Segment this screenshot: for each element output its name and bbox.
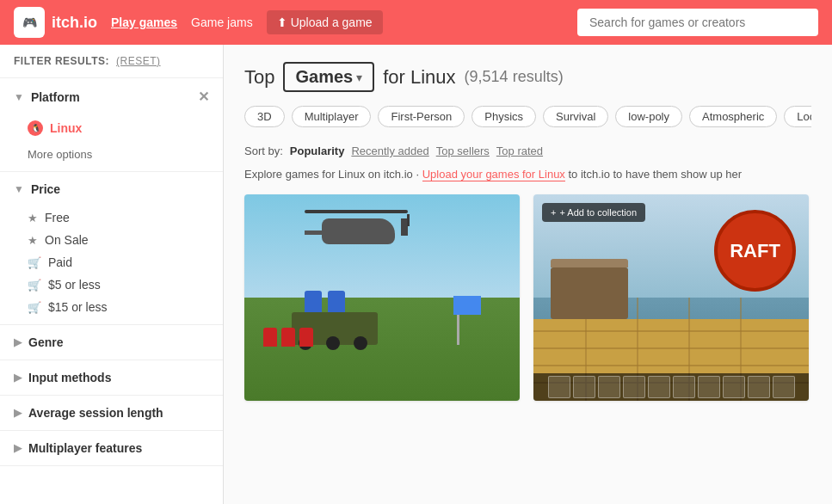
upload-icon: ⬆ bbox=[277, 15, 287, 29]
multiplayer-arrow: ▶ bbox=[14, 442, 22, 454]
cart-icon-3: 🛒 bbox=[28, 301, 41, 314]
sidebar: FILTER RESULTS: (Reset) ▼ Platform ✕ 🐧 L… bbox=[0, 45, 224, 504]
tag-local[interactable]: Local bbox=[784, 106, 811, 127]
filter-header: FILTER RESULTS: (Reset) bbox=[0, 45, 223, 78]
header: 🎮 itch.io Play games Game jams ⬆ Upload … bbox=[0, 0, 832, 45]
games-dropdown[interactable]: Games ▾ bbox=[283, 62, 374, 92]
cart-icon: 🛒 bbox=[28, 256, 41, 269]
upload-game-link[interactable]: ⬆ Upload a game bbox=[267, 10, 383, 34]
main-layout: FILTER RESULTS: (Reset) ▼ Platform ✕ 🐧 L… bbox=[0, 45, 832, 504]
sort-top-rated[interactable]: Top rated bbox=[496, 144, 543, 157]
game2-thumbnail: RAFT + + Add to collection bbox=[533, 194, 809, 401]
price-free[interactable]: ★ Free bbox=[0, 206, 223, 229]
raft-logo: RAFT bbox=[714, 210, 796, 292]
search-input[interactable] bbox=[577, 9, 818, 36]
price-paid[interactable]: 🛒 Paid bbox=[0, 251, 223, 274]
results-count: (9,514 results) bbox=[465, 68, 564, 86]
add-to-collection-btn[interactable]: + + Add to collection bbox=[542, 203, 645, 222]
sort-bar: Sort by: Popularity Recently added Top s… bbox=[244, 144, 811, 157]
logo-icon: 🎮 bbox=[14, 7, 45, 38]
game-card-2[interactable]: RAFT + + Add to collection bbox=[533, 194, 809, 401]
explore-suffix: to itch.io to have them show up her bbox=[565, 168, 742, 181]
price-15[interactable]: 🛒 $15 or less bbox=[0, 296, 223, 324]
platform-section: ▼ Platform ✕ 🐧 Linux More options bbox=[0, 78, 223, 172]
price-paid-label: Paid bbox=[48, 255, 72, 269]
more-options[interactable]: More options bbox=[0, 141, 223, 171]
tag-atmospheric[interactable]: Atmospheric bbox=[689, 106, 777, 127]
price-free-label: Free bbox=[45, 211, 70, 224]
session-length-section[interactable]: ▶ Average session length bbox=[0, 396, 223, 431]
input-methods-label: Input methods bbox=[28, 371, 111, 384]
page-title-bar: Top Games ▾ for Linux (9,514 results) bbox=[244, 62, 811, 92]
star-icon: ★ bbox=[28, 212, 38, 224]
title-suffix: for Linux bbox=[383, 66, 455, 89]
sort-popularity[interactable]: Popularity bbox=[290, 144, 345, 157]
input-methods-section[interactable]: ▶ Input methods bbox=[0, 360, 223, 396]
nav-game-jams[interactable]: Game jams bbox=[191, 15, 253, 29]
platform-linux-item[interactable]: 🐧 Linux bbox=[0, 115, 223, 141]
cart-icon-2: 🛒 bbox=[28, 279, 41, 292]
sort-label: Sort by: bbox=[244, 144, 283, 157]
explore-prefix: Explore games for Linux on itch.io · bbox=[244, 168, 422, 181]
tag-lowpoly[interactable]: low-poly bbox=[615, 106, 682, 127]
platform-close-icon[interactable]: ✕ bbox=[198, 89, 209, 105]
price-onsale-label: On Sale bbox=[45, 233, 89, 247]
multiplayer-section[interactable]: ▶ Multiplayer features bbox=[0, 431, 223, 466]
input-arrow: ▶ bbox=[14, 372, 22, 384]
reset-link[interactable]: (Reset) bbox=[116, 55, 161, 67]
price-section: ▼ Price ★ Free ★ On Sale 🛒 Paid 🛒 $5 or … bbox=[0, 172, 223, 325]
tag-multiplayer[interactable]: Multiplayer bbox=[292, 106, 372, 127]
tag-first-person[interactable]: First-Person bbox=[378, 106, 465, 127]
price-5-label: $5 or less bbox=[48, 278, 101, 292]
upload-linux-link[interactable]: Upload your games for Linux bbox=[422, 168, 565, 181]
platform-arrow: ▼ bbox=[14, 91, 24, 103]
tag-physics[interactable]: Physics bbox=[471, 106, 536, 127]
add-collection-label: + Add to collection bbox=[559, 207, 637, 218]
upload-label: Upload a game bbox=[291, 15, 373, 29]
genre-label: Genre bbox=[28, 335, 63, 349]
sort-top-sellers[interactable]: Top sellers bbox=[436, 144, 490, 157]
price-arrow: ▼ bbox=[14, 183, 24, 195]
price-onsale[interactable]: ★ On Sale bbox=[0, 229, 223, 251]
price-section-header[interactable]: ▼ Price bbox=[0, 172, 223, 206]
dropdown-label: Games bbox=[295, 67, 353, 87]
chevron-down-icon: ▾ bbox=[356, 71, 362, 84]
platform-section-header[interactable]: ▼ Platform ✕ bbox=[0, 78, 223, 115]
linux-label: Linux bbox=[50, 121, 82, 135]
main-content: Top Games ▾ for Linux (9,514 results) 3D… bbox=[224, 45, 832, 504]
game1-thumbnail bbox=[244, 194, 520, 401]
session-arrow: ▶ bbox=[14, 407, 22, 419]
genre-section[interactable]: ▶ Genre bbox=[0, 325, 223, 360]
filter-label: FILTER RESULTS: bbox=[14, 55, 109, 67]
price-15-label: $15 or less bbox=[48, 300, 107, 314]
multiplayer-label: Multiplayer features bbox=[28, 441, 142, 455]
tags-row: 3D Multiplayer First-Person Physics Surv… bbox=[244, 106, 811, 131]
explore-text: Explore games for Linux on itch.io · Upl… bbox=[244, 168, 811, 181]
inventory-bar bbox=[533, 373, 809, 401]
logo-text: itch.io bbox=[52, 14, 97, 32]
game-card-1[interactable] bbox=[244, 194, 520, 401]
session-length-label: Average session length bbox=[28, 406, 163, 420]
logo[interactable]: 🎮 itch.io bbox=[14, 7, 97, 38]
genre-arrow: ▶ bbox=[14, 336, 22, 348]
star-icon-2: ★ bbox=[28, 234, 38, 247]
plus-icon: + bbox=[551, 207, 556, 218]
title-prefix: Top bbox=[244, 66, 274, 89]
price-5[interactable]: 🛒 $5 or less bbox=[0, 274, 223, 296]
nav-play-games[interactable]: Play games bbox=[111, 15, 177, 29]
platform-label: Platform bbox=[31, 90, 80, 104]
tag-3d[interactable]: 3D bbox=[244, 106, 285, 127]
linux-icon: 🐧 bbox=[28, 120, 43, 136]
tag-survival[interactable]: Survival bbox=[543, 106, 608, 127]
sort-recently-added[interactable]: Recently added bbox=[351, 144, 428, 157]
price-label: Price bbox=[31, 182, 60, 196]
games-grid: RAFT + + Add to collection bbox=[244, 194, 811, 401]
